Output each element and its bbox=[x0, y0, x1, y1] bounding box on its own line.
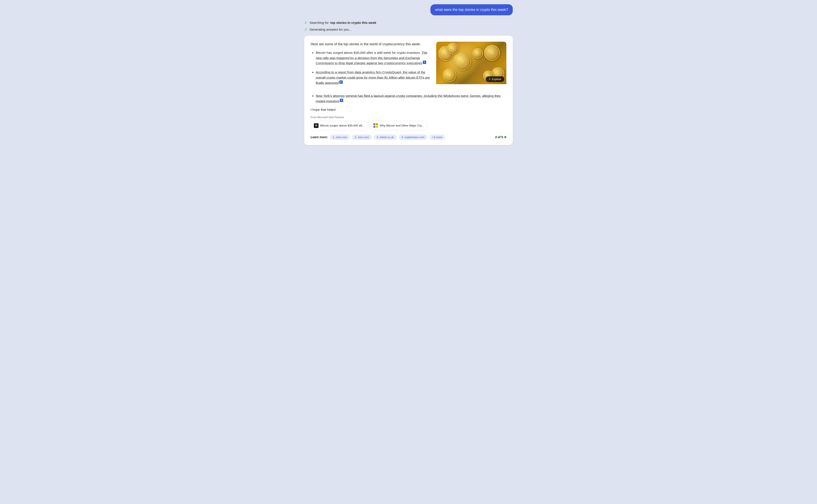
page-indicator: 2 of 5 bbox=[495, 135, 506, 139]
bullet-item-2: According to a report from data analytic… bbox=[316, 70, 431, 86]
learn-more-row: Learn more: 1. msn.com 2. msn.com 3. wir… bbox=[311, 135, 506, 140]
bullet-item-3: New York's attorney general has filed a … bbox=[316, 93, 506, 104]
bullet-2-period: . bbox=[343, 81, 344, 85]
user-bubble: what were the top stories in crypto this… bbox=[430, 4, 513, 15]
learn-chip-4[interactable]: 4. cryptonews.com bbox=[399, 135, 427, 140]
source-card-1[interactable]: M Bitcoin surges above $30,000 aft... bbox=[311, 121, 368, 130]
citation-3[interactable]: 3 bbox=[340, 99, 343, 102]
coin-decor-7: ◉ bbox=[443, 68, 456, 82]
crypto-image: Ξ ₿ ◎ Ⓡ Ξ ₿ ◉ Ⓡ Explore bbox=[436, 42, 506, 84]
bullet-1-plain: Bitcoin has surged above $30,000 after a… bbox=[316, 51, 422, 54]
source-cards: M Bitcoin surges above $30,000 aft... Wh… bbox=[311, 121, 506, 130]
bullet-3-section: New York's attorney general has filed a … bbox=[311, 93, 506, 104]
msn-icon-1: M bbox=[314, 123, 319, 128]
source-card-2-label: Why Bitcoin and Other Major Cry... bbox=[380, 124, 424, 127]
learn-chip-2[interactable]: 2. msn.com bbox=[352, 135, 372, 140]
bullet-item-1: Bitcoin has surged above $30,000 after a… bbox=[316, 50, 431, 66]
coin-decor-3: ◎ bbox=[447, 43, 458, 54]
windows-icon bbox=[373, 123, 378, 128]
search-status-row: ✓ Searching for: top stories in crypto t… bbox=[304, 20, 513, 25]
closing-text: I hope that helps! bbox=[311, 108, 506, 112]
green-dot-icon bbox=[504, 136, 506, 138]
bullet-3-period: . bbox=[343, 99, 344, 103]
generating-label: Generating answers for you... bbox=[310, 28, 352, 31]
answer-text-col: Here are some of the top stories in the … bbox=[311, 42, 431, 89]
bullet-list: Bitcoin has surged above $30,000 after a… bbox=[311, 50, 431, 86]
searching-label: Searching for: bbox=[310, 21, 329, 24]
coin-decor-6: ₿ bbox=[472, 48, 483, 59]
bullet-1-period: . bbox=[426, 61, 427, 65]
page-indicator-text: 2 of 5 bbox=[495, 135, 503, 139]
source-card-2[interactable]: Why Bitcoin and Other Major Cry... bbox=[370, 121, 427, 130]
bullet-list-cont: New York's attorney general has filed a … bbox=[311, 93, 506, 104]
crypto-image-col: Ξ ₿ ◎ Ⓡ Ξ ₿ ◉ Ⓡ Explore bbox=[436, 42, 506, 89]
intro-text: Here are some of the top stories in the … bbox=[311, 42, 431, 47]
coin-decor-2: ₿ bbox=[453, 52, 471, 70]
answer-header: Here are some of the top stories in the … bbox=[311, 42, 506, 89]
citation-2[interactable]: 2 bbox=[339, 80, 343, 84]
generating-status-row: ✓ Generating answers for you... bbox=[304, 27, 513, 32]
learn-more-label: Learn more: bbox=[311, 135, 328, 139]
chat-container: what were the top stories in crypto this… bbox=[304, 4, 513, 145]
partners-label: From Microsoft Start Partners bbox=[311, 116, 506, 119]
learn-chip-3[interactable]: 3. wired.co.uk bbox=[374, 135, 396, 140]
bullet-2-link[interactable]: According to a report from data analytic… bbox=[316, 70, 430, 85]
learn-chip-1[interactable]: 1. msn.com bbox=[330, 135, 350, 140]
user-bubble-row: what were the top stories in crypto this… bbox=[304, 4, 513, 15]
searching-term: top stories in crypto this week bbox=[330, 21, 376, 24]
coin-decor-4: Ⓡ bbox=[484, 45, 500, 61]
more-chip[interactable]: +3 more bbox=[429, 135, 445, 140]
explore-label: Explore bbox=[492, 78, 501, 81]
explore-button[interactable]: Explore bbox=[486, 76, 504, 82]
check-icon-search: ✓ bbox=[304, 20, 308, 25]
user-query-text: what were the top stories in crypto this… bbox=[435, 8, 508, 12]
citation-1[interactable]: 1 bbox=[423, 61, 426, 64]
source-card-1-label: Bitcoin surges above $30,000 aft... bbox=[320, 124, 364, 127]
check-icon-generating: ✓ bbox=[304, 27, 308, 32]
answer-card: Here are some of the top stories in the … bbox=[304, 36, 513, 145]
